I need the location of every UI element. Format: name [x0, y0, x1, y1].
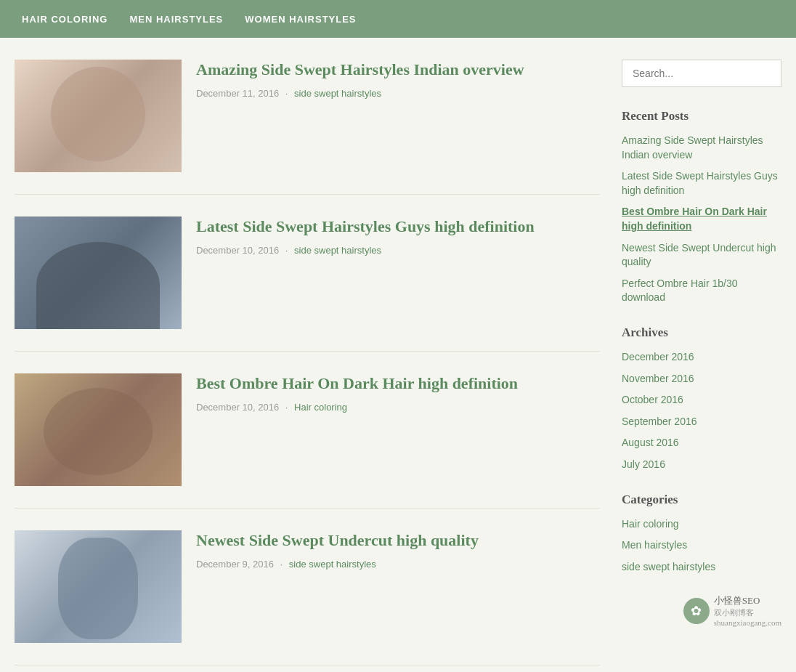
archive-link[interactable]: November 2016 [622, 373, 694, 384]
post-thumbnail[interactable] [15, 60, 182, 172]
archives-title: Archives [622, 325, 781, 340]
nav-item-hair-coloring[interactable]: HAIR COLORING [22, 14, 107, 25]
watermark-brand: 小怪兽SEO [714, 594, 781, 607]
meta-separator: · [285, 88, 288, 99]
category-item: Men hairstyles [622, 538, 781, 553]
post-meta: December 9, 2016 · side swept hairstyles [196, 559, 600, 570]
categories-title: Categories [622, 493, 781, 507]
category-item: side swept hairstyles [622, 560, 781, 575]
post-title-link[interactable]: Amazing Side Swept Hairstyles Indian ove… [196, 60, 524, 78]
nav-item-men-hairstyles[interactable]: MEN HAIRSTYLES [129, 14, 223, 25]
post-title-link[interactable]: Best Ombre Hair On Dark Hair high defini… [196, 374, 518, 392]
post-title-link[interactable]: Latest Side Swept Hairstyles Guys high d… [196, 217, 535, 235]
meta-separator: · [285, 402, 288, 413]
post-body: Newest Side Swept Undercut high quality … [196, 530, 600, 643]
recent-post-link[interactable]: Latest Side Swept Hairstyles Guys high d… [622, 170, 778, 196]
post-title: Amazing Side Swept Hairstyles Indian ove… [196, 60, 600, 81]
search-widget [622, 60, 781, 87]
meta-separator: · [280, 559, 283, 570]
recent-post-link[interactable]: Best Ombre Hair On Dark Hair high defini… [622, 206, 767, 232]
sidebar: Recent Posts Amazing Side Swept Hairstyl… [622, 60, 781, 672]
recent-post-item: Newest Side Swept Undercut high quality [622, 241, 781, 270]
archive-link[interactable]: October 2016 [622, 394, 683, 405]
post-body: Latest Side Swept Hairstyles Guys high d… [196, 216, 600, 329]
post-title: Latest Side Swept Hairstyles Guys high d… [196, 216, 600, 238]
post-date: December 9, 2016 [196, 559, 274, 570]
archive-item: August 2016 [622, 436, 781, 450]
archive-item: December 2016 [622, 350, 781, 365]
post-item: Best Ombre Hair On Dark Hair high defini… [15, 373, 600, 509]
post-item: Latest Side Swept Hairstyles Guys high d… [15, 216, 600, 352]
main-content: Amazing Side Swept Hairstyles Indian ove… [15, 60, 600, 672]
post-meta: December 10, 2016 · Hair coloring [196, 402, 600, 413]
post-date: December 10, 2016 [196, 402, 279, 413]
archive-item: July 2016 [622, 458, 781, 472]
watermark: ✿ 小怪兽SEO 双小刚博客 shuangxiaogang.com [622, 594, 781, 627]
post-body: Amazing Side Swept Hairstyles Indian ove… [196, 60, 600, 172]
post-date: December 10, 2016 [196, 245, 279, 256]
recent-post-link[interactable]: Perfect Ombre Hair 1b/30 download [622, 278, 738, 304]
watermark-icon: ✿ [683, 598, 710, 624]
categories-widget: Categories Hair coloringMen hairstylessi… [622, 493, 781, 575]
archive-item: September 2016 [622, 415, 781, 429]
category-item: Hair coloring [622, 517, 781, 532]
category-link[interactable]: Hair coloring [622, 518, 679, 530]
search-input[interactable] [622, 60, 781, 87]
navigation: HAIR COLORINGMEN HAIRSTYLESWOMEN HAIRSTY… [0, 0, 796, 38]
recent-post-item: Best Ombre Hair On Dark Hair high defini… [622, 205, 781, 233]
post-category-link[interactable]: Hair coloring [294, 402, 347, 413]
archive-item: November 2016 [622, 372, 781, 386]
archive-item: October 2016 [622, 393, 781, 408]
archives-list: December 2016November 2016October 2016Se… [622, 350, 781, 472]
category-link[interactable]: Men hairstyles [622, 539, 687, 551]
meta-separator: · [285, 245, 288, 256]
page-container: Amazing Side Swept Hairstyles Indian ove… [0, 38, 796, 672]
archive-link[interactable]: July 2016 [622, 458, 665, 470]
category-link[interactable]: side swept hairstyles [622, 561, 715, 572]
post-item: Amazing Side Swept Hairstyles Indian ove… [15, 60, 600, 195]
nav-item-women-hairstyles[interactable]: WOMEN HAIRSTYLES [245, 14, 356, 25]
post-body: Best Ombre Hair On Dark Hair high defini… [196, 373, 600, 486]
recent-post-item: Perfect Ombre Hair 1b/30 download [622, 277, 781, 305]
post-item: Newest Side Swept Undercut high quality … [15, 530, 600, 665]
post-title: Best Ombre Hair On Dark Hair high defini… [196, 373, 600, 394]
archive-link[interactable]: December 2016 [622, 351, 694, 363]
recent-post-link[interactable]: Amazing Side Swept Hairstyles Indian ove… [622, 134, 763, 161]
watermark-url: 双小刚博客 [714, 607, 781, 618]
post-meta: December 10, 2016 · side swept hairstyle… [196, 245, 600, 256]
recent-posts-title: Recent Posts [622, 109, 781, 124]
watermark-text: 小怪兽SEO 双小刚博客 shuangxiaogang.com [714, 594, 781, 627]
recent-post-item: Latest Side Swept Hairstyles Guys high d… [622, 169, 781, 198]
post-category-link[interactable]: side swept hairstyles [294, 245, 381, 256]
post-title: Newest Side Swept Undercut high quality [196, 530, 600, 551]
post-date: December 11, 2016 [196, 88, 279, 99]
post-thumbnail[interactable] [15, 373, 182, 486]
watermark-domain: shuangxiaogang.com [714, 618, 781, 627]
recent-posts-widget: Recent Posts Amazing Side Swept Hairstyl… [622, 109, 781, 305]
post-title-link[interactable]: Newest Side Swept Undercut high quality [196, 531, 479, 549]
archive-link[interactable]: September 2016 [622, 416, 697, 427]
post-category-link[interactable]: side swept hairstyles [289, 559, 376, 570]
categories-list: Hair coloringMen hairstylesside swept ha… [622, 517, 781, 575]
post-category-link[interactable]: side swept hairstyles [294, 88, 381, 99]
post-thumbnail[interactable] [15, 530, 182, 643]
post-meta: December 11, 2016 · side swept hairstyle… [196, 88, 600, 99]
recent-post-link[interactable]: Newest Side Swept Undercut high quality [622, 242, 776, 268]
archives-widget: Archives December 2016November 2016Octob… [622, 325, 781, 472]
recent-posts-list: Amazing Side Swept Hairstyles Indian ove… [622, 134, 781, 305]
post-thumbnail[interactable] [15, 216, 182, 329]
recent-post-item: Amazing Side Swept Hairstyles Indian ove… [622, 134, 781, 162]
archive-link[interactable]: August 2016 [622, 437, 679, 448]
